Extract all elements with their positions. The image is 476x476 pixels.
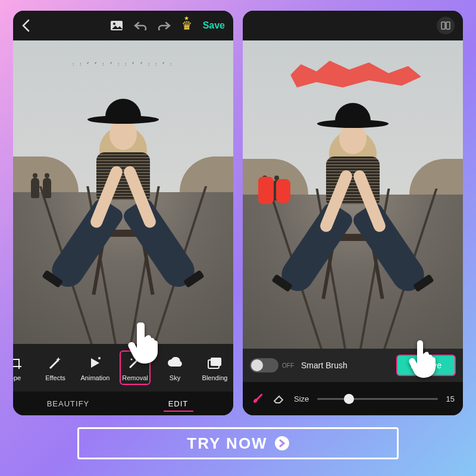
editor-topbar: ♛ Save	[13, 11, 233, 40]
smart-brush-label: Smart Brush	[301, 361, 389, 370]
svg-rect-5	[211, 358, 221, 366]
tool-effects[interactable]: Effects	[40, 354, 71, 381]
background-people	[31, 178, 51, 198]
image-icon[interactable]	[110, 20, 123, 31]
brush-size-row: Size 15	[243, 382, 463, 415]
phone-left: ♛ Save ׃ ׃ ᐟ ᐟ ׃ ᐟ ׃ ׃ ᐟ ᐟ ׃ ׃ ᐟ ׃	[13, 11, 233, 415]
crop-icon	[13, 354, 24, 372]
premium-crown-icon[interactable]: ♛	[181, 18, 192, 33]
back-icon[interactable]	[21, 19, 30, 32]
wand-icon	[46, 354, 64, 372]
eraser-icon[interactable]	[273, 392, 286, 405]
save-button[interactable]: Save	[203, 20, 225, 31]
undo-icon[interactable]	[134, 21, 147, 30]
size-value: 15	[446, 394, 455, 403]
canvas[interactable]: ׃ ׃ ᐟ ᐟ ׃ ᐟ ׃ ׃ ᐟ ᐟ ׃ ׃ ᐟ ׃	[13, 40, 233, 344]
smart-brush-toggle[interactable]	[250, 358, 278, 372]
try-now-button[interactable]: TRY NOW	[77, 427, 399, 459]
toggle-state-label: OFF	[282, 362, 294, 369]
size-slider[interactable]	[317, 398, 437, 400]
svg-rect-6	[441, 22, 445, 29]
mask-stroke-people	[258, 174, 294, 204]
cloud-icon	[166, 354, 184, 372]
brush-icon[interactable]	[251, 391, 264, 407]
phone-right: OFF Smart Brush Remove Size 15	[243, 11, 463, 415]
removal-topbar	[243, 11, 463, 40]
subject-person	[64, 99, 183, 295]
birds-decoration: ׃ ׃ ᐟ ᐟ ׃ ᐟ ׃ ׃ ᐟ ᐟ ׃ ׃ ᐟ ׃	[73, 61, 174, 67]
mode-tabs: BEAUTIFY EDIT	[13, 392, 233, 415]
tab-edit[interactable]: EDIT	[123, 392, 233, 415]
tool-animation[interactable]: Animation	[80, 354, 111, 381]
svg-point-1	[113, 23, 115, 25]
chevron-right-icon	[275, 436, 289, 450]
tool-row: ope Effects Animation Removal Sky Blendi…	[13, 344, 233, 392]
play-sparkle-icon	[86, 354, 104, 372]
magic-eraser-icon	[126, 354, 144, 372]
tool-blending[interactable]: Blending	[199, 354, 230, 381]
compare-icon[interactable]	[437, 17, 455, 35]
canvas-masked[interactable]	[243, 40, 463, 349]
tool-removal[interactable]: Removal	[120, 350, 151, 385]
cta-label: TRY NOW	[187, 434, 267, 453]
svg-rect-7	[446, 22, 450, 29]
svg-point-2	[98, 357, 101, 359]
remove-button[interactable]: Remove	[396, 355, 456, 376]
tab-beautify[interactable]: BEAUTIFY	[13, 392, 123, 415]
size-label: Size	[294, 394, 309, 403]
svg-point-3	[131, 359, 133, 361]
redo-icon[interactable]	[158, 21, 171, 30]
tool-sky[interactable]: Sky	[159, 354, 190, 381]
layers-icon	[206, 354, 224, 372]
smart-brush-row: OFF Smart Brush Remove	[243, 349, 463, 382]
tool-crop[interactable]: ope	[13, 354, 31, 381]
